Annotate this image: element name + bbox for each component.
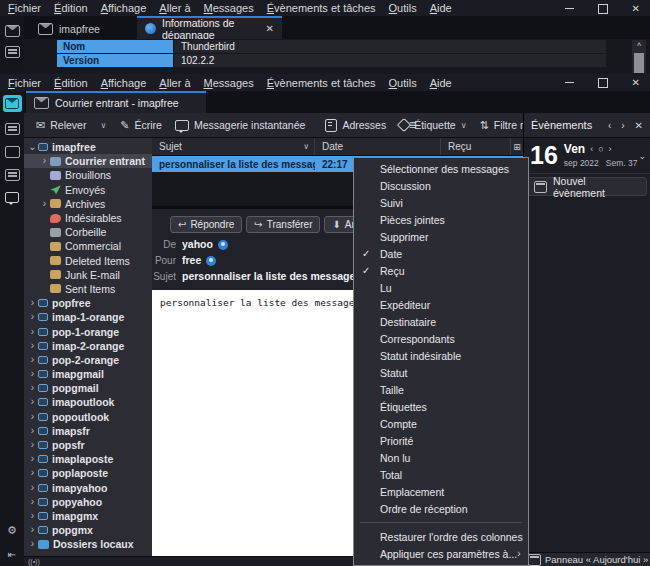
addressbook-space-button[interactable] — [5, 123, 20, 135]
menu-messages[interactable]: Messages — [204, 77, 254, 89]
folder-envoyes[interactable]: Envoyés — [24, 183, 152, 197]
expander-icon[interactable] — [27, 412, 38, 422]
menu-edition[interactable]: Édition — [54, 2, 88, 14]
collapse-spaces-icon[interactable]: ⇤ — [8, 550, 16, 560]
folder-sent-items[interactable]: Sent Items — [24, 282, 152, 296]
close-window-button[interactable]: ✕ — [632, 4, 640, 14]
add-contact-icon[interactable] — [206, 256, 216, 266]
menuitem-discussion[interactable]: Discussion — [354, 177, 528, 194]
menu-evenements[interactable]: Évènements et tâches — [267, 77, 376, 89]
prev-day-icon[interactable]: ‹ — [590, 144, 593, 154]
network-status-icon[interactable]: ((•)) — [28, 558, 40, 565]
account-imaplaposte[interactable]: imaplaposte — [24, 452, 152, 466]
menuitem-suivi[interactable]: Suivi — [354, 194, 528, 211]
menuitem-etiquettes[interactable]: Étiquettes — [354, 398, 528, 415]
expander-icon[interactable] — [27, 397, 38, 407]
folder-deleted-items[interactable]: Deleted Items — [24, 254, 152, 268]
tag-button[interactable]: Étiquette ∨ — [393, 116, 472, 134]
folder-archives[interactable]: Archives — [24, 197, 152, 211]
expander-icon[interactable] — [27, 383, 38, 393]
add-contact-icon[interactable] — [218, 240, 228, 250]
close-pane-icon[interactable]: ✕ — [635, 120, 643, 131]
menu-outils[interactable]: Outils — [389, 77, 417, 89]
forward-button[interactable]: ↪ Transférer — [246, 216, 320, 233]
column-received[interactable]: Reçu — [441, 138, 511, 155]
expander-icon[interactable] — [27, 298, 38, 308]
expander-icon[interactable] — [27, 142, 38, 152]
menuitem-destinataire[interactable]: Destinataire — [354, 313, 528, 330]
menuitem-total[interactable]: Total — [354, 466, 528, 483]
account-poplaposte[interactable]: poplaposte — [24, 466, 152, 480]
menuitem-recu[interactable]: Reçu — [354, 262, 528, 279]
account-imapfree[interactable]: imapfree — [24, 140, 152, 154]
get-messages-button[interactable]: ✉ Relever — [30, 116, 92, 134]
menuitem-statut[interactable]: Statut — [354, 364, 528, 381]
new-event-button[interactable]: Nouvel évènement — [527, 177, 647, 196]
folder-commercial[interactable]: Commercial — [24, 239, 152, 253]
tasks-space-button[interactable] — [5, 169, 20, 181]
menuitem-taille[interactable]: Taille — [354, 381, 528, 398]
calendar-space-button[interactable] — [5, 146, 20, 158]
maximize-button[interactable] — [598, 4, 608, 14]
get-messages-dropdown-icon[interactable]: ∨ — [100, 121, 106, 130]
expander-icon[interactable] — [27, 327, 38, 337]
reply-button[interactable]: ↩ Répondre — [170, 216, 242, 233]
scrollbar-thumb[interactable] — [634, 53, 644, 73]
minimize-button[interactable] — [565, 82, 574, 83]
account-pop-2-orange[interactable]: pop-2-orange — [24, 353, 152, 367]
menuitem-statut-indesirable[interactable]: Statut indésirable — [354, 347, 528, 364]
expander-icon[interactable] — [27, 312, 38, 322]
menu-outils[interactable]: Outils — [389, 2, 417, 14]
menuitem-selectionner-des-messages[interactable]: Sélectionner des messages — [354, 160, 528, 177]
menuitem-non-lu[interactable]: Non lu — [354, 449, 528, 466]
menu-fichier[interactable]: Fichier — [8, 2, 41, 14]
scroll-up-icon[interactable]: ˄ — [632, 40, 646, 50]
column-subject[interactable]: Sujet ∨ — [152, 138, 315, 155]
expander-icon[interactable] — [39, 156, 50, 166]
menuitem-appliquer-parametres[interactable]: Appliquer ces paramètres à... › — [354, 545, 528, 562]
chat-button[interactable]: Messagerie instantanée — [169, 116, 312, 134]
folder-courrier-entrant[interactable]: Courrier entrant — [24, 154, 152, 168]
menuitem-pieces-jointes[interactable]: Pièces jointes — [354, 211, 528, 228]
account-imapsfr[interactable]: imapsfr — [24, 424, 152, 438]
tab-imapfree[interactable]: imapfree — [30, 19, 108, 38]
menuitem-lu[interactable]: Lu — [354, 279, 528, 296]
menuitem-expediteur[interactable]: Expéditeur — [354, 296, 528, 313]
close-window-button[interactable]: ✕ — [632, 78, 640, 88]
menu-aller-a[interactable]: Aller à — [159, 77, 190, 89]
app-menu-icon[interactable]: ≡ — [409, 118, 416, 132]
folder-dossiers-locaux[interactable]: Dossiers locaux — [24, 537, 152, 551]
menuitem-restaurer-ordre-colonnes[interactable]: Restaurer l'ordre des colonnes — [354, 528, 528, 545]
expander-icon[interactable] — [27, 539, 38, 549]
folder-corbeille[interactable]: Corbeille — [24, 225, 152, 239]
tab-courrier-entrant[interactable]: Courrier entrant - imapfree — [26, 91, 206, 113]
menu-aide[interactable]: Aide — [430, 2, 452, 14]
account-popgmail[interactable]: popgmail — [24, 381, 152, 395]
expander-icon[interactable] — [27, 440, 38, 450]
menu-edition[interactable]: Édition — [54, 77, 88, 89]
today-icon[interactable]: ○ — [598, 144, 603, 154]
account-pop-1-orange[interactable]: pop-1-orange — [24, 324, 152, 338]
expander-icon[interactable] — [27, 483, 38, 493]
close-tab-icon[interactable]: ✕ — [266, 23, 274, 34]
menuitem-ordre-de-reception[interactable]: Ordre de réception — [354, 500, 528, 517]
column-picker-icon[interactable]: ⊞ — [511, 138, 523, 155]
expander-icon[interactable] — [27, 369, 38, 379]
account-popoutlook[interactable]: popoutlook — [24, 410, 152, 424]
mail-space-icon[interactable] — [5, 25, 20, 37]
folder-indesirables[interactable]: Indésirables — [24, 211, 152, 225]
mail-space-button[interactable] — [3, 95, 22, 112]
expander-icon[interactable] — [27, 511, 38, 521]
next-icon[interactable]: › — [621, 120, 624, 131]
expander-icon[interactable] — [27, 497, 38, 507]
folder-junk-email[interactable]: Junk E-mail — [24, 268, 152, 282]
tab-troubleshooting[interactable]: Informations de dépannage ✕ — [137, 16, 282, 39]
account-popsfr[interactable]: popsfr — [24, 438, 152, 452]
collapse-date-icon[interactable]: ⌄ — [638, 151, 646, 161]
menu-aller-a[interactable]: Aller à — [159, 2, 190, 14]
account-imapoutlook[interactable]: imapoutlook — [24, 395, 152, 409]
expander-icon[interactable] — [27, 454, 38, 464]
gear-icon[interactable]: ⚙ — [7, 525, 17, 536]
account-imap-2-orange[interactable]: imap-2-orange — [24, 339, 152, 353]
scrollbar[interactable]: ˄ — [632, 40, 646, 73]
